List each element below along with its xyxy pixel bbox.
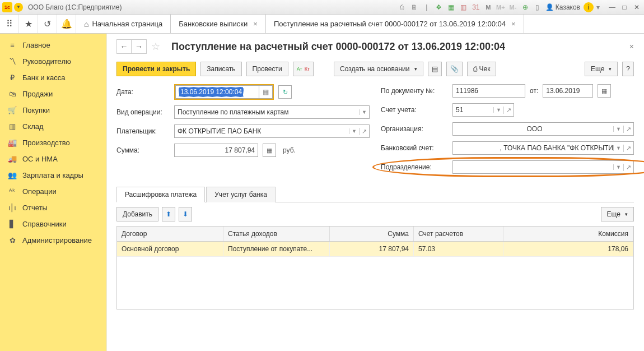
book-icon: ▋ [8, 220, 17, 228]
sidebar-item-reports[interactable]: ι⎮ιОтчеты [0, 200, 106, 216]
print-icon[interactable]: ⎙ [398, 3, 407, 12]
calc-icon[interactable]: ▦ [447, 3, 456, 12]
tab-home[interactable]: ⌂ Начальная страница [76, 15, 171, 33]
payer-label: Плательщик: [116, 127, 170, 135]
calendar-icon[interactable]: ▥ [459, 3, 468, 12]
sidebar-item-reference[interactable]: ▋Справочники [0, 216, 106, 232]
date-input[interactable]: 13.06.2019 12:00:04 [175, 85, 259, 99]
cell-contract: Основной договор [117, 242, 223, 256]
sidebar-item-operations[interactable]: ᴬᵏОперации [0, 183, 106, 200]
chart-icon[interactable]: ❖ [435, 3, 444, 12]
reg-button[interactable]: ▤ [428, 62, 442, 76]
attach-button[interactable]: 📎 [446, 62, 463, 76]
open-icon[interactable]: ↗ [503, 107, 514, 114]
forward-button[interactable]: → [132, 40, 146, 53]
col-commission[interactable]: Комиссия [503, 227, 633, 241]
add-button[interactable]: Добавить [116, 207, 158, 221]
minimize-button[interactable]: — [607, 3, 617, 12]
m-icon[interactable]: M [484, 3, 493, 12]
open-icon[interactable]: ↗ [623, 164, 633, 171]
date-value: 13.06.2019 12:00:04 [179, 87, 244, 97]
close-panel-icon[interactable]: × [629, 42, 634, 51]
tab-receipt[interactable]: Поступление на расчетный счет 0000-00017… [266, 15, 524, 33]
open-icon[interactable]: ↗ [359, 128, 369, 135]
dt-kt-button[interactable]: АтКт [293, 62, 314, 76]
table-row[interactable]: Основной договор Поступление от покупате… [117, 242, 633, 257]
sidebar-item-purchases[interactable]: 🛒Покупки [0, 102, 106, 118]
apps-icon[interactable]: ⠿ [0, 15, 19, 33]
history-icon[interactable]: ↺ [38, 15, 57, 33]
close-icon[interactable]: × [511, 20, 516, 28]
sidebar-item-manager[interactable]: 〽Руководителю [0, 53, 106, 70]
check-button[interactable]: ⎙Чек [467, 62, 497, 76]
refresh-date-button[interactable]: ↻ [278, 85, 292, 99]
info-dropdown-icon[interactable]: ▾ [594, 3, 603, 12]
col-contract[interactable]: Договор [117, 227, 223, 241]
sidebar-item-admin[interactable]: ✿Администрирование [0, 232, 106, 248]
sidebar-item-main[interactable]: ≡Главное [0, 37, 106, 53]
panel-icon[interactable]: ▯ [533, 3, 542, 12]
calendar-icon[interactable]: ▦ [598, 84, 611, 98]
close-button[interactable]: ✕ [632, 3, 642, 12]
sidebar-item-sales[interactable]: 🛍Продажи [0, 86, 106, 102]
create-based-button[interactable]: Создать на основании▾ [334, 62, 423, 76]
sidebar-item-salary[interactable]: 👥Зарплата и кадры [0, 167, 106, 183]
label: Создать на основании [340, 65, 410, 73]
col-account[interactable]: Счет расчетов [414, 227, 503, 241]
cell-commission: 178,06 [503, 242, 633, 256]
post-button[interactable]: Провести [246, 62, 288, 76]
user-label[interactable]: 👤 Казаков [545, 3, 580, 11]
date-icon[interactable]: 31 [472, 3, 480, 12]
m-plus-icon[interactable]: M+ [496, 3, 505, 12]
chevron-down-icon: ▼ [613, 164, 623, 170]
docdate-input[interactable]: 13.06.2019 [543, 84, 593, 98]
calendar-icon[interactable]: ▦ [259, 85, 273, 99]
info-icon[interactable]: i [584, 2, 594, 12]
bank-select[interactable]: , ТОЧКА ПАО БАНКА "ФК ОТКРЫТИ ▼ ↗ [452, 141, 634, 155]
account-label: Счет учета: [381, 106, 448, 114]
calc-icon[interactable]: ▦ [263, 144, 276, 157]
chevron-down-icon: ▼ [359, 109, 369, 115]
star-icon[interactable]: ★ [19, 15, 38, 33]
sum-label: Сумма: [116, 146, 170, 154]
m-minus-icon[interactable]: M- [508, 3, 517, 12]
col-income[interactable]: Статья доходов [223, 227, 330, 241]
sidebar-item-warehouse[interactable]: ▥Склад [0, 118, 106, 135]
open-icon[interactable]: ↗ [623, 126, 633, 133]
app-dropdown-icon[interactable]: ▼ [14, 3, 23, 12]
maximize-button[interactable]: □ [619, 3, 629, 12]
sidebar-item-production[interactable]: 🏭Производство [0, 135, 106, 151]
close-icon[interactable]: × [253, 20, 258, 28]
move-down-button[interactable]: ⬇ [179, 207, 192, 221]
open-icon[interactable]: ↗ [623, 145, 633, 152]
globe-icon[interactable]: ⊕ [521, 3, 530, 12]
from-label: от: [530, 87, 538, 95]
docnum-input[interactable]: 111986 [452, 84, 525, 98]
sidebar-item-assets[interactable]: 🚚ОС и НМА [0, 151, 106, 167]
org-select[interactable]: ООО ▼ ↗ [452, 122, 634, 136]
bell-icon[interactable]: 🔔 [57, 15, 76, 33]
save-button[interactable]: Записать [200, 62, 241, 76]
org-label: Организация: [381, 125, 448, 133]
sum-input[interactable]: 17 807,94 [174, 144, 258, 157]
tab-bank-statements[interactable]: Банковские выписки × [171, 15, 266, 33]
payer-select[interactable]: ФК ОТКРЫТИЕ ПАО БАНК ▼ ↗ [174, 124, 370, 138]
col-sum[interactable]: Сумма [330, 227, 414, 241]
tab-bank-services[interactable]: Учет услуг банка [206, 187, 276, 202]
tab-payment-details[interactable]: Расшифровка платежа [116, 187, 205, 202]
more-button[interactable]: Еще▾ [585, 62, 618, 76]
help-button[interactable]: ? [622, 62, 634, 76]
save-icon[interactable]: 🗎 [410, 3, 419, 12]
division-select[interactable]: ▼ ↗ [452, 160, 634, 174]
account-select[interactable]: 51 ▼ ↗ [452, 103, 514, 117]
post-close-button[interactable]: Провести и закрыть [116, 62, 196, 76]
operation-select[interactable]: Поступление по платежным картам ▼ [174, 105, 370, 119]
move-up-button[interactable]: ⬆ [162, 207, 175, 221]
sidebar-item-bank[interactable]: ₽Банк и касса [0, 70, 106, 86]
back-button[interactable]: ← [117, 40, 132, 53]
sidebar-item-label: Руководителю [22, 57, 71, 66]
sub-tabs: Расшифровка платежа Учет услуг банка [116, 186, 634, 202]
favorite-icon[interactable]: ☆ [151, 40, 164, 53]
table-more-button[interactable]: Еще▾ [601, 207, 634, 221]
table-header: Договор Статья доходов Сумма Счет расчет… [117, 227, 633, 242]
